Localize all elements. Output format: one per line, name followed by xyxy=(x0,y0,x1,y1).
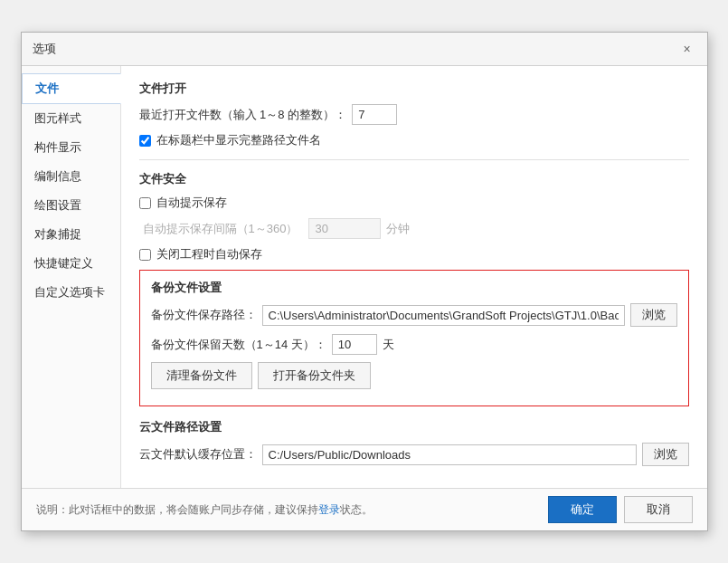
backup-days-input[interactable] xyxy=(332,334,377,355)
footer-buttons: 确定 取消 xyxy=(548,496,693,523)
dialog-title: 选项 xyxy=(33,41,56,57)
auto-save-label[interactable]: 自动提示保存 xyxy=(156,195,227,211)
cloud-path-input[interactable] xyxy=(262,444,637,465)
backup-days-unit: 天 xyxy=(383,337,394,353)
sidebar-item-shortcut-keys[interactable]: 快捷键定义 xyxy=(22,249,120,278)
backup-browse-button[interactable]: 浏览 xyxy=(630,303,677,327)
confirm-button[interactable]: 确定 xyxy=(548,496,617,523)
content-area: 文件打开 最近打开文件数（输入 1～8 的整数）： 在标题栏中显示完整路径文件名… xyxy=(121,66,707,488)
backup-days-row: 备份文件保留天数（1～14 天）： 天 xyxy=(151,334,677,355)
backup-days-label: 备份文件保留天数（1～14 天）： xyxy=(151,337,326,353)
open-backup-folder-button[interactable]: 打开备份文件夹 xyxy=(258,362,371,389)
login-link[interactable]: 登录 xyxy=(318,503,340,516)
sidebar-item-component-display[interactable]: 构件显示 xyxy=(22,133,120,162)
recent-files-input[interactable] xyxy=(352,104,397,125)
clear-backup-button[interactable]: 清理备份文件 xyxy=(151,362,252,389)
auto-save-row: 自动提示保存 xyxy=(139,195,689,211)
sidebar-item-object-snap[interactable]: 对象捕捉 xyxy=(22,220,120,249)
sidebar-item-custom-options[interactable]: 自定义选项卡 xyxy=(22,278,120,307)
sidebar-item-drawing-settings[interactable]: 绘图设置 xyxy=(22,191,120,220)
footer-note-suffix: 状态。 xyxy=(340,503,373,516)
recent-files-label: 最近打开文件数（输入 1～8 的整数）： xyxy=(139,107,347,123)
cloud-section-title: 云文件路径设置 xyxy=(139,419,689,435)
auto-save-interval-label: 自动提示保存间隔（1～360） xyxy=(143,221,298,237)
dialog-body: 文件 图元样式 构件显示 编制信息 绘图设置 对象捕捉 快捷键定义 自定义选项卡 xyxy=(22,66,707,488)
backup-path-row: 备份文件保存路径： 浏览 xyxy=(151,303,677,327)
footer-note-text: 说明：此对话框中的数据，将会随账户同步存储，建议保持 xyxy=(36,503,318,516)
show-full-path-row: 在标题栏中显示完整路径文件名 xyxy=(139,132,689,148)
title-bar: 选项 × xyxy=(22,33,707,66)
file-open-section-title: 文件打开 xyxy=(139,81,689,97)
auto-save-checkbox[interactable] xyxy=(139,197,151,209)
sidebar-item-element-style[interactable]: 图元样式 xyxy=(22,104,120,133)
auto-save-interval-row: 自动提示保存间隔（1～360） 分钟 xyxy=(143,218,689,239)
auto-save-interval-input[interactable] xyxy=(308,218,381,239)
close-button[interactable]: × xyxy=(678,40,696,58)
close-auto-save-checkbox[interactable] xyxy=(139,249,151,261)
close-auto-save-row: 关闭工程时自动保存 xyxy=(139,246,689,262)
sidebar-item-file[interactable]: 文件 xyxy=(22,73,121,104)
cloud-path-label: 云文件默认缓存位置： xyxy=(139,446,257,463)
options-dialog: 选项 × 文件 图元样式 构件显示 编制信息 绘图设置 对象捕捉 xyxy=(21,32,708,531)
backup-section-title: 备份文件设置 xyxy=(151,280,677,296)
backup-path-label: 备份文件保存路径： xyxy=(151,307,257,323)
cloud-browse-button[interactable]: 浏览 xyxy=(642,443,689,466)
sidebar: 文件 图元样式 构件显示 编制信息 绘图设置 对象捕捉 快捷键定义 自定义选项卡 xyxy=(22,66,121,488)
cloud-path-row: 云文件默认缓存位置： 浏览 xyxy=(139,443,689,466)
backup-path-input[interactable] xyxy=(262,305,625,326)
backup-section: 备份文件设置 备份文件保存路径： 浏览 备份文件保留天数（1～14 天）： 天 … xyxy=(139,270,689,406)
show-full-path-checkbox[interactable] xyxy=(139,135,151,147)
auto-save-unit: 分钟 xyxy=(386,221,410,237)
divider-1 xyxy=(139,159,689,160)
sidebar-item-edit-info[interactable]: 编制信息 xyxy=(22,162,120,191)
close-auto-save-label[interactable]: 关闭工程时自动保存 xyxy=(156,246,262,262)
file-security-section-title: 文件安全 xyxy=(139,171,689,187)
show-full-path-label[interactable]: 在标题栏中显示完整路径文件名 xyxy=(156,132,321,148)
recent-files-row: 最近打开文件数（输入 1～8 的整数）： xyxy=(139,104,689,125)
cancel-button[interactable]: 取消 xyxy=(624,496,693,523)
backup-actions-row: 清理备份文件 打开备份文件夹 xyxy=(151,362,677,389)
footer-note: 说明：此对话框中的数据，将会随账户同步存储，建议保持登录状态。 xyxy=(36,502,373,518)
dialog-footer: 说明：此对话框中的数据，将会随账户同步存储，建议保持登录状态。 确定 取消 xyxy=(22,488,707,530)
